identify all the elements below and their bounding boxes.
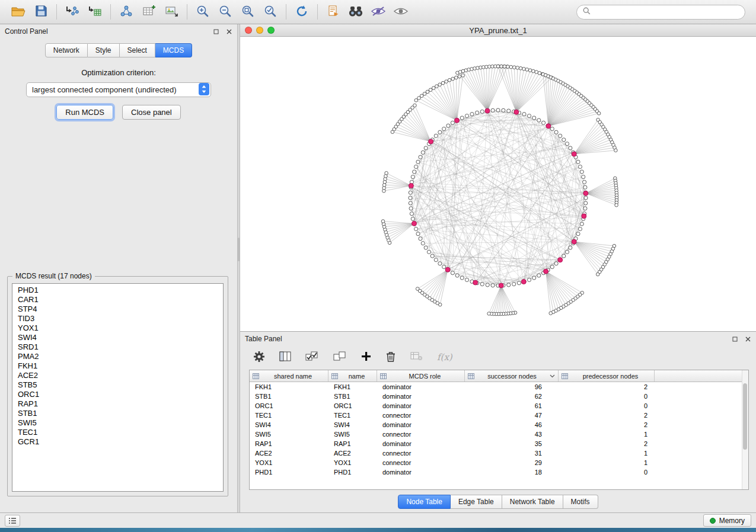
network-node[interactable] (442, 265, 446, 268)
network-node[interactable] (448, 78, 451, 82)
memory-button[interactable]: Memory (703, 514, 751, 527)
mcds-result-item[interactable]: STP4 (12, 305, 223, 314)
tab-edge-table[interactable]: Edge Table (451, 495, 502, 509)
network-node[interactable] (410, 212, 413, 216)
mcds-result-item[interactable]: CAR1 (12, 295, 223, 305)
hide-selected-button[interactable] (367, 2, 390, 21)
network-node[interactable] (517, 281, 521, 285)
network-node[interactable] (562, 254, 566, 258)
network-node[interactable] (416, 287, 419, 291)
network-node[interactable] (435, 85, 439, 88)
mcds-dominator-node[interactable] (583, 191, 588, 196)
mcds-result-item[interactable]: STB1 (12, 409, 223, 418)
network-node[interactable] (432, 86, 435, 90)
float-table-panel-button[interactable] (731, 335, 738, 342)
mcds-dominator-node[interactable] (445, 267, 450, 272)
column-header-predecessor-nodes[interactable]: predecessor nodes (559, 370, 655, 382)
close-panel-icon-button[interactable] (225, 28, 232, 35)
mcds-dominator-node[interactable] (485, 108, 490, 113)
show-columns-button[interactable] (279, 351, 291, 363)
network-node[interactable] (438, 83, 442, 86)
new-table-button[interactable] (138, 2, 160, 21)
tab-select[interactable]: Select (120, 43, 155, 57)
network-node[interactable] (446, 124, 450, 127)
network-node[interactable] (419, 155, 422, 159)
network-node[interactable] (496, 65, 500, 68)
zoom-fit-button[interactable] (237, 2, 259, 21)
close-table-panel-button[interactable] (744, 335, 751, 342)
network-node[interactable] (451, 77, 455, 81)
network-node[interactable] (414, 227, 418, 230)
network-node[interactable] (460, 276, 464, 280)
network-node[interactable] (550, 265, 554, 268)
mcds-dominator-node[interactable] (558, 258, 563, 262)
network-node[interactable] (554, 130, 558, 134)
mcds-dominator-node[interactable] (572, 152, 576, 156)
tab-mcds[interactable]: MCDS (155, 43, 192, 57)
network-node[interactable] (458, 75, 461, 78)
network-node[interactable] (413, 170, 416, 174)
network-node[interactable] (438, 130, 442, 134)
network-node[interactable] (500, 65, 503, 68)
network-node[interactable] (430, 254, 434, 258)
mcds-dominator-node[interactable] (521, 280, 526, 284)
network-node[interactable] (442, 127, 446, 130)
table-row[interactable]: TEC1TEC1connector472 (250, 411, 748, 420)
column-header-shared-name[interactable]: shared name (250, 370, 328, 382)
mcds-result-item[interactable]: SRD1 (12, 342, 223, 352)
table-scrollbar-thumb[interactable] (743, 383, 747, 450)
network-node[interactable] (465, 278, 468, 281)
tab-network-table[interactable]: Network Table (502, 495, 563, 509)
network-node[interactable] (522, 68, 526, 71)
mcds-result-item[interactable]: ORC1 (12, 390, 223, 399)
network-node[interactable] (476, 111, 479, 114)
copy-share-button[interactable] (322, 2, 344, 21)
network-node[interactable] (451, 271, 454, 275)
status-menu-button[interactable] (5, 515, 20, 527)
optimization-select[interactable]: largest connected component (undirected) (26, 82, 211, 97)
network-canvas[interactable] (240, 37, 756, 331)
network-node[interactable] (496, 108, 500, 112)
network-node[interactable] (519, 67, 522, 70)
table-row[interactable]: ACE2ACE2connector311 (250, 448, 748, 458)
network-node[interactable] (423, 92, 426, 96)
network-node[interactable] (582, 175, 585, 179)
network-node[interactable] (414, 99, 418, 102)
mcds-dominator-node[interactable] (514, 110, 519, 114)
search-network-button[interactable] (344, 2, 367, 21)
open-file-button[interactable] (7, 2, 30, 21)
network-node[interactable] (419, 237, 422, 241)
network-node[interactable] (455, 274, 459, 277)
network-node[interactable] (527, 114, 531, 118)
splitter-grip[interactable] (238, 238, 240, 261)
mcds-result-list[interactable]: PHD1CAR1STP4TID3YOX1SWI4SRD1PMA2FKH1ACE2… (12, 283, 224, 492)
show-all-button[interactable] (390, 2, 412, 21)
zoom-selected-button[interactable] (259, 2, 282, 21)
network-node[interactable] (562, 138, 566, 142)
network-node[interactable] (542, 121, 546, 124)
network-node[interactable] (506, 65, 510, 69)
network-node[interactable] (535, 70, 538, 74)
network-node[interactable] (465, 114, 468, 118)
mcds-result-item[interactable]: PHD1 (12, 286, 223, 295)
export-image-button[interactable] (160, 2, 183, 21)
network-node[interactable] (491, 284, 495, 287)
network-node[interactable] (416, 232, 420, 236)
network-node[interactable] (583, 185, 587, 189)
mcds-result-item[interactable]: TID3 (12, 314, 223, 323)
network-node[interactable] (480, 110, 484, 113)
import-network-button[interactable] (61, 2, 84, 21)
network-node[interactable] (411, 175, 414, 179)
network-node[interactable] (584, 201, 588, 205)
network-node[interactable] (461, 74, 465, 78)
network-node[interactable] (512, 283, 516, 286)
save-session-button[interactable] (30, 2, 52, 21)
table-row[interactable]: STB1STB1dominator620 (250, 392, 748, 401)
network-node[interactable] (559, 134, 562, 137)
network-node[interactable] (441, 81, 445, 85)
network-node[interactable] (502, 108, 505, 112)
network-node[interactable] (549, 312, 553, 315)
mcds-result-item[interactable]: YOX1 (12, 323, 223, 333)
tab-motifs[interactable]: Motifs (563, 495, 598, 509)
mcds-dominator-node[interactable] (582, 214, 586, 219)
